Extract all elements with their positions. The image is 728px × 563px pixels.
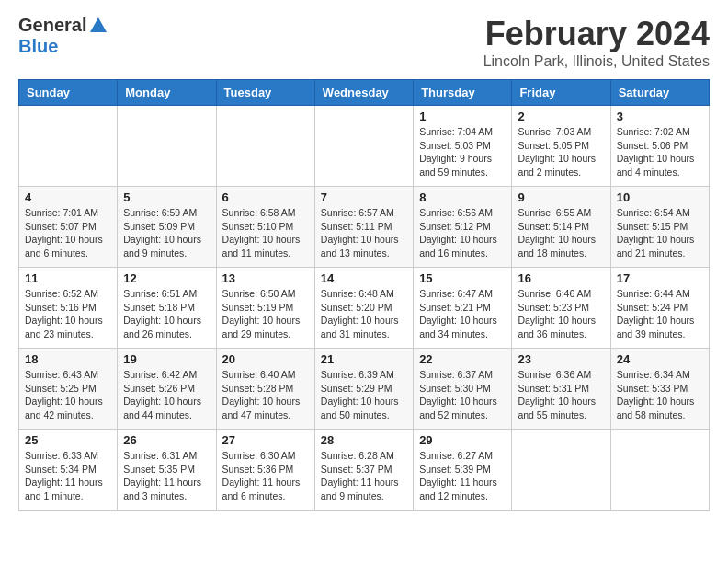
day-number: 9 — [518, 190, 604, 204]
day-number: 21 — [321, 352, 407, 366]
day-info: Sunrise: 6:36 AMSunset: 5:31 PMDaylight:… — [518, 368, 604, 422]
day-number: 28 — [321, 433, 407, 447]
calendar-cell: 21Sunrise: 6:39 AMSunset: 5:29 PMDayligh… — [314, 349, 413, 430]
day-info: Sunrise: 6:52 AMSunset: 5:16 PMDaylight:… — [25, 287, 111, 341]
day-number: 14 — [321, 271, 407, 285]
day-info: Sunrise: 7:01 AMSunset: 5:07 PMDaylight:… — [25, 206, 111, 260]
day-info: Sunrise: 6:55 AMSunset: 5:14 PMDaylight:… — [518, 206, 604, 260]
calendar-cell: 29Sunrise: 6:27 AMSunset: 5:39 PMDayligh… — [414, 430, 512, 511]
day-number: 6 — [222, 190, 309, 204]
calendar-cell: 8Sunrise: 6:56 AMSunset: 5:12 PMDaylight… — [414, 187, 512, 268]
calendar-cell: 14Sunrise: 6:48 AMSunset: 5:20 PMDayligh… — [314, 268, 413, 349]
weekday-header-saturday: Saturday — [610, 80, 709, 106]
calendar-cell: 12Sunrise: 6:51 AMSunset: 5:18 PMDayligh… — [118, 268, 216, 349]
day-info: Sunrise: 6:54 AMSunset: 5:15 PMDaylight:… — [617, 206, 703, 260]
header: General Blue February 2024 Lincoln Park,… — [18, 15, 710, 70]
day-number: 8 — [419, 190, 506, 204]
day-info: Sunrise: 6:44 AMSunset: 5:24 PMDaylight:… — [617, 287, 703, 341]
day-number: 16 — [518, 271, 604, 285]
location-title: Lincoln Park, Illinois, United States — [483, 53, 710, 70]
weekday-header-thursday: Thursday — [414, 80, 512, 106]
day-number: 24 — [617, 352, 703, 366]
day-number: 1 — [419, 109, 506, 123]
calendar-cell — [19, 106, 118, 187]
day-info: Sunrise: 6:47 AMSunset: 5:21 PMDaylight:… — [419, 287, 506, 341]
day-info: Sunrise: 6:33 AMSunset: 5:34 PMDaylight:… — [25, 449, 111, 503]
calendar-cell: 26Sunrise: 6:31 AMSunset: 5:35 PMDayligh… — [118, 430, 216, 511]
logo-blue-text: Blue — [18, 36, 58, 56]
weekday-header-wednesday: Wednesday — [314, 80, 413, 106]
calendar-cell — [216, 106, 314, 187]
day-info: Sunrise: 6:42 AMSunset: 5:26 PMDaylight:… — [123, 368, 210, 422]
calendar-cell: 16Sunrise: 6:46 AMSunset: 5:23 PMDayligh… — [512, 268, 610, 349]
calendar-cell — [314, 106, 413, 187]
calendar-cell: 5Sunrise: 6:59 AMSunset: 5:09 PMDaylight… — [118, 187, 216, 268]
weekday-header-monday: Monday — [118, 80, 216, 106]
day-info: Sunrise: 6:51 AMSunset: 5:18 PMDaylight:… — [123, 287, 210, 341]
day-info: Sunrise: 6:31 AMSunset: 5:35 PMDaylight:… — [123, 449, 210, 503]
weekday-header-sunday: Sunday — [19, 80, 118, 106]
calendar-table: SundayMondayTuesdayWednesdayThursdayFrid… — [18, 79, 710, 511]
calendar-cell: 1Sunrise: 7:04 AMSunset: 5:03 PMDaylight… — [414, 106, 512, 187]
day-info: Sunrise: 6:30 AMSunset: 5:36 PMDaylight:… — [222, 449, 309, 503]
day-number: 26 — [123, 433, 210, 447]
day-info: Sunrise: 6:58 AMSunset: 5:10 PMDaylight:… — [222, 206, 309, 260]
weekday-header-friday: Friday — [512, 80, 610, 106]
day-number: 15 — [419, 271, 506, 285]
calendar-week-2: 11Sunrise: 6:52 AMSunset: 5:16 PMDayligh… — [19, 268, 710, 349]
day-number: 5 — [123, 190, 210, 204]
day-number: 12 — [123, 271, 210, 285]
calendar-cell: 10Sunrise: 6:54 AMSunset: 5:15 PMDayligh… — [610, 187, 709, 268]
calendar-week-1: 4Sunrise: 7:01 AMSunset: 5:07 PMDaylight… — [19, 187, 710, 268]
calendar-cell: 22Sunrise: 6:37 AMSunset: 5:30 PMDayligh… — [414, 349, 512, 430]
calendar-body: 1Sunrise: 7:04 AMSunset: 5:03 PMDaylight… — [19, 106, 710, 511]
logo-general-text: General — [18, 15, 86, 36]
day-info: Sunrise: 6:48 AMSunset: 5:20 PMDaylight:… — [321, 287, 407, 341]
calendar-cell: 13Sunrise: 6:50 AMSunset: 5:19 PMDayligh… — [216, 268, 314, 349]
day-info: Sunrise: 6:50 AMSunset: 5:19 PMDaylight:… — [222, 287, 309, 341]
day-info: Sunrise: 6:39 AMSunset: 5:29 PMDaylight:… — [321, 368, 407, 422]
calendar-cell: 27Sunrise: 6:30 AMSunset: 5:36 PMDayligh… — [216, 430, 314, 511]
day-info: Sunrise: 6:59 AMSunset: 5:09 PMDaylight:… — [123, 206, 210, 260]
day-number: 2 — [518, 109, 604, 123]
calendar-cell: 25Sunrise: 6:33 AMSunset: 5:34 PMDayligh… — [19, 430, 118, 511]
calendar-cell: 3Sunrise: 7:02 AMSunset: 5:06 PMDaylight… — [610, 106, 709, 187]
day-number: 17 — [617, 271, 703, 285]
day-info: Sunrise: 6:43 AMSunset: 5:25 PMDaylight:… — [25, 368, 111, 422]
day-number: 27 — [222, 433, 309, 447]
calendar-week-3: 18Sunrise: 6:43 AMSunset: 5:25 PMDayligh… — [19, 349, 710, 430]
calendar-cell — [610, 430, 709, 511]
day-number: 7 — [321, 190, 407, 204]
weekday-header-row: SundayMondayTuesdayWednesdayThursdayFrid… — [19, 80, 710, 106]
day-number: 11 — [25, 271, 111, 285]
day-number: 13 — [222, 271, 309, 285]
calendar-cell: 24Sunrise: 6:34 AMSunset: 5:33 PMDayligh… — [610, 349, 709, 430]
calendar-cell: 15Sunrise: 6:47 AMSunset: 5:21 PMDayligh… — [414, 268, 512, 349]
day-info: Sunrise: 7:02 AMSunset: 5:06 PMDaylight:… — [617, 125, 703, 179]
month-title: February 2024 — [483, 15, 710, 53]
day-info: Sunrise: 6:57 AMSunset: 5:11 PMDaylight:… — [321, 206, 407, 260]
weekday-header-tuesday: Tuesday — [216, 80, 314, 106]
day-info: Sunrise: 6:34 AMSunset: 5:33 PMDaylight:… — [617, 368, 703, 422]
logo: General Blue — [18, 15, 108, 57]
calendar-cell: 7Sunrise: 6:57 AMSunset: 5:11 PMDaylight… — [314, 187, 413, 268]
day-info: Sunrise: 6:28 AMSunset: 5:37 PMDaylight:… — [321, 449, 407, 503]
calendar-cell: 18Sunrise: 6:43 AMSunset: 5:25 PMDayligh… — [19, 349, 118, 430]
day-info: Sunrise: 6:37 AMSunset: 5:30 PMDaylight:… — [419, 368, 506, 422]
calendar-week-4: 25Sunrise: 6:33 AMSunset: 5:34 PMDayligh… — [19, 430, 710, 511]
calendar-cell: 9Sunrise: 6:55 AMSunset: 5:14 PMDaylight… — [512, 187, 610, 268]
day-number: 18 — [25, 352, 111, 366]
day-info: Sunrise: 6:40 AMSunset: 5:28 PMDaylight:… — [222, 368, 309, 422]
calendar-cell: 11Sunrise: 6:52 AMSunset: 5:16 PMDayligh… — [19, 268, 118, 349]
calendar-cell: 17Sunrise: 6:44 AMSunset: 5:24 PMDayligh… — [610, 268, 709, 349]
calendar-cell: 4Sunrise: 7:01 AMSunset: 5:07 PMDaylight… — [19, 187, 118, 268]
day-info: Sunrise: 7:04 AMSunset: 5:03 PMDaylight:… — [419, 125, 506, 179]
calendar-cell: 28Sunrise: 6:28 AMSunset: 5:37 PMDayligh… — [314, 430, 413, 511]
day-number: 29 — [419, 433, 506, 447]
day-info: Sunrise: 6:46 AMSunset: 5:23 PMDaylight:… — [518, 287, 604, 341]
day-number: 20 — [222, 352, 309, 366]
day-number: 3 — [617, 109, 703, 123]
day-number: 4 — [25, 190, 111, 204]
day-number: 19 — [123, 352, 210, 366]
day-number: 23 — [518, 352, 604, 366]
